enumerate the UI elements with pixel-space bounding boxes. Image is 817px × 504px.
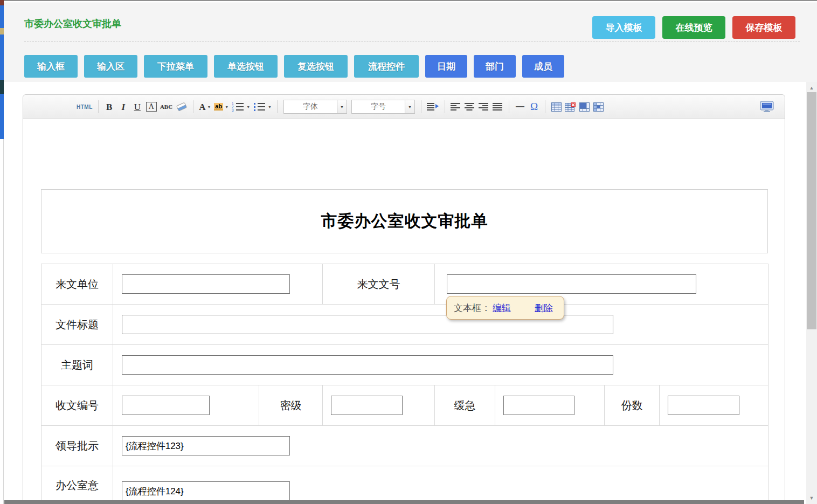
palette-checkbox-button[interactable]: 复选按钮 [284,55,348,78]
italic-button[interactable]: I [118,100,129,114]
background-window-mark [0,80,4,94]
field-cell [323,385,435,426]
table-properties-icon [579,102,590,112]
field-cell [660,385,768,426]
doc-number-input[interactable] [447,274,696,294]
import-template-button[interactable]: 导入模板 [592,16,655,39]
toolbar-separator [509,100,509,113]
align-left-button[interactable] [451,100,461,114]
toolbar-separator [277,100,278,113]
chevron-down-icon: ▼ [207,105,211,109]
ordered-list-button[interactable]: 1 2 3 ▼ [232,100,250,114]
toolbar-separator [545,100,545,113]
font-family-select[interactable]: 字体 ▼ [283,100,347,114]
source-code-button[interactable]: HTML [77,100,93,114]
field-label-keywords: 主题词 [41,345,113,385]
special-char-button[interactable]: Ω [529,100,539,114]
urgency-input[interactable] [503,396,574,415]
paragraph-format-button[interactable] [427,100,439,114]
font-color-button[interactable]: A ▼ [199,100,211,114]
palette-radio-button[interactable]: 单选按钮 [214,55,278,78]
secrecy-input[interactable] [331,396,403,415]
palette-input-box-button[interactable]: 输入框 [24,55,78,78]
field-label-leader-remarks: 领导批示 [41,426,113,466]
leader-remarks-input[interactable] [122,436,290,455]
align-right-button[interactable] [479,100,489,114]
horizontal-scrollbar[interactable] [4,500,804,504]
chevron-down-icon: ▼ [225,105,229,109]
table-properties-button[interactable] [579,100,590,114]
palette-date-button[interactable]: 日期 [425,55,467,78]
delete-control-link[interactable]: 删除 [535,302,553,314]
field-cell [113,426,768,466]
insert-table-button[interactable] [551,100,562,114]
control-palette: 输入框 输入区 下拉菜单 单选按钮 复选按钮 流程控件 日期 部门 成员 [24,55,571,78]
strikethrough-button[interactable]: ABC [160,100,172,114]
source-unit-input[interactable] [122,274,290,294]
field-label-urgency: 缓急 [435,385,495,426]
toolbar-separator [445,100,445,113]
chevron-down-icon[interactable]: ▼ [337,100,347,113]
background-window-mark [0,28,4,34]
field-label-source-unit: 来文单位 [41,264,113,305]
bold-icon: B [106,102,112,112]
cell-properties-icon [593,102,604,112]
save-template-button[interactable]: 保存模板 [732,16,795,39]
palette-dropdown-button[interactable]: 下拉菜单 [144,55,207,78]
align-center-icon [465,102,475,111]
scroll-up-icon[interactable]: ▲ [806,84,817,92]
chevron-down-icon[interactable]: ▼ [405,100,414,113]
align-justify-button[interactable] [493,100,503,114]
underline-button[interactable]: U [132,100,143,114]
font-family-select-label: 字体 [284,102,337,112]
field-label-doc-number: 来文文号 [323,264,435,305]
delete-table-button[interactable] [565,100,576,114]
keywords-input[interactable] [122,355,613,375]
font-size-select[interactable]: 字号 ▼ [351,100,415,114]
source-code-icon: HTML [77,104,93,110]
fullscreen-button[interactable] [760,100,774,114]
align-right-icon [479,102,489,111]
table-row: 办公室意 [41,466,768,504]
eraser-icon [176,101,188,112]
richtext-editor: HTML B I U A ABC A ▼ [23,94,785,504]
field-cell [113,466,768,504]
horizontal-rule-button[interactable]: — [515,100,525,114]
palette-textarea-button[interactable]: 输入区 [84,55,137,78]
field-label-doc-title: 文件标题 [41,305,113,345]
window-top-border [0,0,817,1]
scroll-down-icon[interactable]: ▼ [806,494,817,502]
office-opinion-input[interactable] [122,481,290,501]
delete-table-icon [565,102,576,112]
bold-button[interactable]: B [104,100,115,114]
font-style-icon: A [146,102,157,112]
scrollbar-thumb[interactable] [807,92,816,329]
vertical-scrollbar[interactable]: ▲ ▼ [806,82,817,504]
field-cell [113,385,259,426]
palette-flow-control-button[interactable]: 流程控件 [354,55,419,78]
copies-input[interactable] [668,396,739,415]
edit-control-link[interactable]: 编辑 [493,302,511,314]
remove-format-button[interactable] [176,100,188,114]
palette-department-button[interactable]: 部门 [474,55,516,78]
highlight-color-button[interactable]: ab ▼ [214,100,229,114]
receipt-number-input[interactable] [122,396,210,415]
paragraph-format-icon [427,102,439,111]
cell-properties-button[interactable] [593,100,604,114]
table-row: 收文编号 密级 缓急 份数 [41,385,768,426]
form-title-box: 市委办公室收文审批单 [41,189,768,253]
field-cell [113,264,323,305]
palette-member-button[interactable]: 成员 [522,55,564,78]
align-left-icon [451,102,461,111]
form-table: 来文单位 来文文号 文件标题 主题词 收文编号 密 [41,264,768,504]
toolbar-separator [193,100,193,113]
unordered-list-button[interactable]: ▼ [253,100,272,114]
strikethrough-icon: ABC [160,104,172,110]
field-cell [113,345,768,385]
chevron-down-icon: ▼ [246,105,250,109]
font-color-icon: A [199,102,205,112]
online-preview-button[interactable]: 在线预览 [662,16,725,39]
font-style-button[interactable]: A [146,100,157,114]
header-action-buttons: 导入模板 在线预览 保存模板 [592,16,795,39]
align-center-button[interactable] [465,100,475,114]
